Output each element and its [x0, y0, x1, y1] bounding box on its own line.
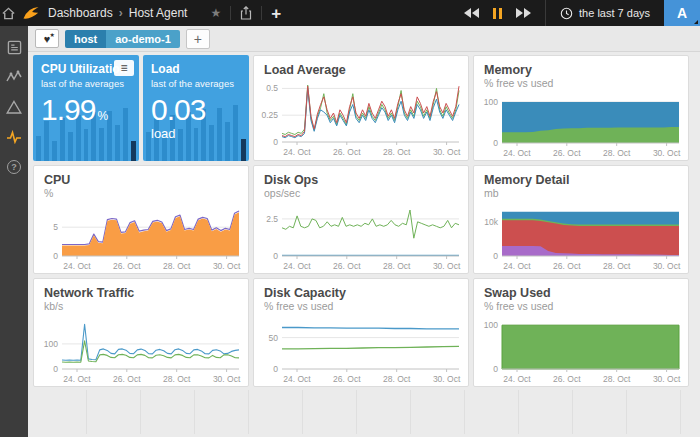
add-filter-button[interactable]: + [186, 29, 210, 49]
svg-text:0: 0 [493, 251, 498, 261]
svg-text:100: 100 [484, 96, 498, 106]
sidebar-nav: ? [0, 26, 28, 437]
svg-text:28. Oct: 28. Oct [163, 373, 191, 383]
svg-text:28. Oct: 28. Oct [383, 260, 411, 270]
app-window: Dashboards › Host Agent ★ + the last 7 d… [0, 0, 700, 437]
panel-subtitle: % [44, 187, 238, 200]
home-icon[interactable] [0, 5, 16, 21]
svg-text:24. Oct: 24. Oct [503, 373, 531, 383]
rewind-icon[interactable] [464, 8, 479, 18]
panel-subtitle: kb/s [44, 300, 238, 313]
svg-text:26. Oct: 26. Oct [113, 260, 141, 270]
breadcrumb: Dashboards › Host Agent [48, 6, 187, 20]
svg-text:5: 5 [53, 222, 58, 232]
svg-text:0: 0 [493, 364, 498, 374]
tile-value: 1.99 [41, 95, 95, 125]
svg-text:24. Oct: 24. Oct [283, 147, 311, 157]
memory-detail-chart: 010k24. Oct26. Oct28. Oct30. Oct [474, 202, 686, 273]
svg-text:24. Oct: 24. Oct [63, 260, 91, 270]
cpu-utilization-tile[interactable]: ≡ CPU Utilization last of the averages 1… [33, 55, 139, 161]
time-range-label: the last 7 days [579, 7, 650, 19]
svg-text:28. Oct: 28. Oct [163, 260, 191, 270]
svg-text:26. Oct: 26. Oct [553, 260, 581, 270]
svg-text:30. Oct: 30. Oct [653, 147, 681, 157]
memory-chart: 010024. Oct26. Oct28. Oct30. Oct [474, 92, 686, 160]
panel-title: Load Average [264, 63, 458, 77]
add-dashboard-icon[interactable]: + [262, 5, 290, 22]
svg-text:28. Oct: 28. Oct [383, 373, 411, 383]
tile-menu-icon[interactable]: ≡ [114, 60, 134, 76]
svg-text:24. Oct: 24. Oct [283, 373, 311, 383]
share-icon[interactable] [231, 6, 261, 20]
panel-subtitle: % free vs used [484, 77, 678, 90]
breadcrumb-current: Host Agent [129, 6, 188, 20]
panel-title: Disk Capacity [264, 286, 458, 300]
playback-controls [464, 8, 531, 19]
panel-subtitle: ops/sec [264, 187, 458, 200]
panel-title: Memory Detail [484, 173, 678, 187]
panel-load-average[interactable]: Load Average 00.250.524. Oct26. Oct28. O… [253, 55, 469, 161]
svg-text:26. Oct: 26. Oct [113, 373, 141, 383]
topbar-actions: ★ + [201, 5, 290, 22]
panel-network-traffic[interactable]: Network Traffic kb/s 010024. Oct26. Oct2… [33, 278, 249, 387]
cpu-chart: 0524. Oct26. Oct28. Oct30. Oct [34, 202, 246, 273]
load-average-chart: 00.250.524. Oct26. Oct28. Oct30. Oct [254, 78, 466, 159]
sidebar-item-help[interactable]: ? [6, 159, 22, 175]
load-tile[interactable]: Load last of the averages 0.03 load [143, 55, 249, 161]
sidebar-item-dashboards[interactable] [6, 39, 22, 55]
dashboard-grid: ≡ CPU Utilization last of the averages 1… [33, 55, 700, 387]
panel-swap-used[interactable]: Swap Used % free vs used 010024. Oct26. … [473, 278, 689, 387]
panel-title: Network Traffic [44, 286, 238, 300]
disk-capacity-chart: 05024. Oct26. Oct28. Oct30. Oct [254, 315, 466, 386]
tag-value: ao-demo-1 [106, 30, 180, 48]
favorite-filter-button[interactable]: ♥ ★ [35, 29, 59, 48]
sidebar-item-alerts[interactable] [6, 99, 22, 115]
sidebar-item-appoptics-active[interactable] [6, 129, 22, 145]
panel-title: Swap Used [484, 286, 678, 300]
svg-text:0: 0 [273, 251, 278, 261]
fast-forward-icon[interactable] [516, 8, 531, 18]
svg-text:30. Oct: 30. Oct [213, 373, 241, 383]
panel-subtitle: % free vs used [264, 300, 458, 313]
favorite-star-icon[interactable]: ★ [201, 6, 230, 20]
tile-subtitle: last of the averages [41, 78, 131, 89]
topbar-right: the last 7 days A [464, 0, 700, 26]
svg-text:30. Oct: 30. Oct [433, 260, 461, 270]
panel-title: Disk Ops [264, 173, 458, 187]
tile-value: 0.03 [151, 95, 205, 125]
svg-text:26. Oct: 26. Oct [333, 260, 361, 270]
tile-unit: load [151, 126, 241, 141]
tile-subtitle: last of the averages [151, 78, 241, 89]
host-tag[interactable]: host ao-demo-1 [65, 30, 180, 48]
panel-title: Memory [484, 63, 678, 77]
sidebar-item-metrics[interactable] [6, 69, 22, 85]
svg-text:0: 0 [53, 364, 58, 374]
svg-text:30. Oct: 30. Oct [653, 260, 681, 270]
svg-text:24. Oct: 24. Oct [503, 147, 531, 157]
tile-title: Load [151, 62, 241, 76]
panel-memory-detail[interactable]: Memory Detail mb 010k24. Oct26. Oct28. O… [473, 165, 689, 274]
panel-subtitle: mb [484, 187, 678, 200]
disk-ops-chart: 02.524. Oct26. Oct28. Oct30. Oct [254, 202, 466, 273]
svg-text:0: 0 [493, 138, 498, 148]
svg-text:24. Oct: 24. Oct [503, 260, 531, 270]
big-number-tiles: ≡ CPU Utilization last of the averages 1… [33, 55, 249, 161]
solarwinds-logo-icon[interactable] [22, 5, 40, 21]
svg-text:100: 100 [484, 320, 498, 330]
panel-memory[interactable]: Memory % free vs used 010024. Oct26. Oct… [473, 55, 689, 161]
svg-text:10k: 10k [484, 217, 498, 227]
panel-disk-capacity[interactable]: Disk Capacity % free vs used 05024. Oct2… [253, 278, 469, 387]
tag-key: host [65, 30, 106, 48]
svg-text:28. Oct: 28. Oct [603, 260, 631, 270]
time-range-selector[interactable]: the last 7 days [545, 0, 664, 26]
pause-icon[interactable] [493, 8, 502, 19]
user-avatar[interactable]: A [664, 0, 700, 26]
svg-text:26. Oct: 26. Oct [553, 147, 581, 157]
breadcrumb-dashboards[interactable]: Dashboards [48, 6, 113, 20]
svg-text:0.5: 0.5 [266, 84, 278, 94]
svg-text:26. Oct: 26. Oct [333, 147, 361, 157]
panel-disk-ops[interactable]: Disk Ops ops/sec 02.524. Oct26. Oct28. O… [253, 165, 469, 274]
panel-cpu[interactable]: CPU % 0524. Oct26. Oct28. Oct30. Oct [33, 165, 249, 274]
svg-text:50: 50 [269, 332, 279, 342]
svg-text:0: 0 [273, 137, 278, 147]
